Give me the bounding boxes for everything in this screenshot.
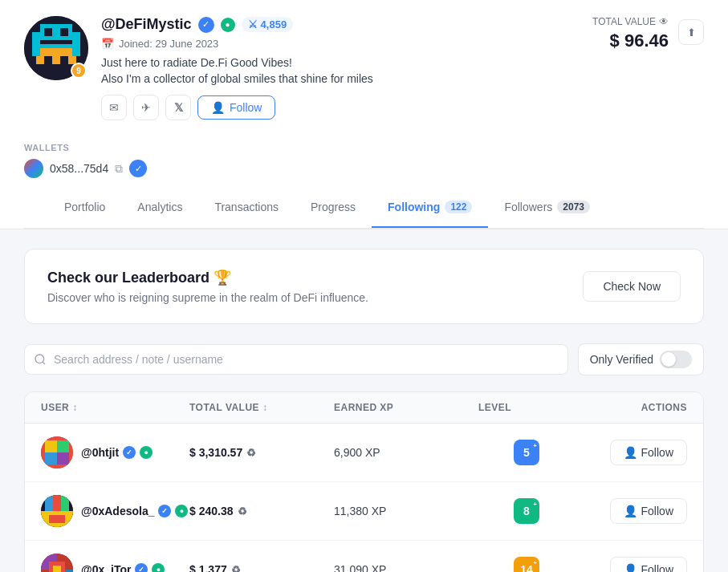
search-input[interactable] <box>24 344 568 375</box>
verified-icon: ✓ <box>198 17 214 33</box>
follow-button-1[interactable]: 👤 Follow <box>610 440 687 465</box>
recycle-icon-3: ♻ <box>231 564 241 573</box>
verified-only-toggle[interactable] <box>660 351 692 368</box>
actions-cell-3: 👤 Follow <box>575 557 687 572</box>
bio-line1: Just here to radiate De.Fi Good Vibes! <box>101 56 373 69</box>
bio-line2: Also I'm a collector of global smiles th… <box>101 72 373 85</box>
profile-avatar-wrapper: 9 <box>24 16 88 80</box>
actions-cell-2: 👤 Follow <box>575 498 687 524</box>
svg-rect-13 <box>57 440 69 452</box>
level-cell-1: 5 + <box>478 440 575 465</box>
follow-icon-1: 👤 <box>624 446 637 459</box>
verified-icon-2: ✓ <box>158 505 171 517</box>
level-badge: 9 <box>71 63 87 79</box>
twitter-button[interactable]: 𝕏 <box>165 95 191 120</box>
verified-icon-1: ✓ <box>123 446 136 459</box>
tab-transactions[interactable]: Transactions <box>198 188 295 228</box>
svg-rect-18 <box>53 495 61 511</box>
user-name-2: @0xAdesola_ ✓ ● <box>81 505 188 517</box>
follow-icon-3: 👤 <box>624 563 637 572</box>
wallet-avatar <box>24 159 43 178</box>
svg-rect-12 <box>45 440 57 452</box>
svg-rect-8 <box>32 32 40 56</box>
telegram-button[interactable]: ✈ <box>133 95 159 120</box>
copy-wallet-button[interactable]: ⧉ <box>115 162 123 176</box>
share-button[interactable]: ⬆ <box>678 19 704 45</box>
user-cell-3: @0x_iTor ✓ ● <box>41 554 189 572</box>
svg-point-10 <box>35 355 44 363</box>
search-icon <box>34 353 47 366</box>
user-name-3: @0x_iTor ✓ ● <box>81 563 165 572</box>
tabs-container: Portfolio Analytics Transactions Progres… <box>24 188 704 229</box>
th-user: USER ↕ <box>41 402 189 413</box>
svg-rect-5 <box>36 48 76 64</box>
table-header: USER ↕ TOTAL VALUE ↕ EARNED XP LEVEL ACT… <box>25 392 703 424</box>
tab-following[interactable]: Following 122 <box>372 188 488 228</box>
th-total-value: TOTAL VALUE ↕ <box>189 402 334 413</box>
green-icon-2: ● <box>175 505 188 517</box>
value-cell-1: $ 3,310.57 ♻ <box>189 446 334 459</box>
user-cell-1: @0htjit ✓ ● <box>41 436 189 469</box>
actions-cell-1: 👤 Follow <box>575 440 687 465</box>
sort-icon-value[interactable]: ↕ <box>262 402 267 413</box>
tab-analytics[interactable]: Analytics <box>121 188 198 228</box>
table-row: @0htjit ✓ ● $ 3,310.57 ♻ 6,900 XP 5 + 👤 <box>25 424 703 482</box>
follow-button-2[interactable]: 👤 Follow <box>610 498 687 524</box>
level-badge-2: 8 + <box>514 498 539 524</box>
calendar-icon: 📅 <box>101 38 114 50</box>
value-cell-3: $ 1,377 ♻ <box>189 563 334 572</box>
green-icon-1: ● <box>140 446 153 459</box>
follow-button[interactable]: 👤 Follow <box>197 95 275 120</box>
profile-info: @DeFiMystic ✓ ● ⚔ 4,859 📅 Joined: 29 Jun… <box>101 16 373 120</box>
recycle-icon-2: ♻ <box>238 505 247 517</box>
tab-portfolio[interactable]: Portfolio <box>48 188 121 228</box>
th-level: LEVEL <box>478 402 575 413</box>
email-button[interactable]: ✉ <box>101 95 127 120</box>
svg-rect-2 <box>44 28 52 36</box>
following-table: USER ↕ TOTAL VALUE ↕ EARNED XP LEVEL ACT… <box>24 391 704 572</box>
table-row: @0x_iTor ✓ ● $ 1,377 ♻ 31,090 XP 14 + 👤 <box>25 541 703 572</box>
svg-rect-6 <box>44 56 52 64</box>
total-value-section: TOTAL VALUE 👁 $ 96.46 <box>592 16 669 51</box>
recycle-icon-1: ♻ <box>246 447 256 459</box>
level-cell-3: 14 + <box>478 557 575 572</box>
check-now-button[interactable]: Check Now <box>583 271 681 302</box>
svg-rect-15 <box>57 452 69 464</box>
table-row: @0xAdesola_ ✓ ● $ 240.38 ♻ 11,380 XP 8 +… <box>25 482 703 541</box>
leaderboard-card: Check our Leaderboard 🏆 Discover who is … <box>24 249 704 324</box>
svg-rect-7 <box>60 56 68 64</box>
follow-button-3[interactable]: 👤 Follow <box>610 557 687 572</box>
total-value-label: TOTAL VALUE <box>592 16 656 27</box>
tab-followers[interactable]: Followers 2073 <box>488 188 606 228</box>
follow-icon-2: 👤 <box>624 505 637 517</box>
xp-value: 4,859 <box>261 18 287 30</box>
tab-progress[interactable]: Progress <box>295 188 372 228</box>
verified-icon-3: ✓ <box>135 563 148 572</box>
th-actions: ACTIONS <box>575 402 687 413</box>
verify-wallet-button[interactable]: ✓ <box>129 160 147 177</box>
svg-rect-3 <box>60 28 68 36</box>
sort-icon-user[interactable]: ↕ <box>72 402 77 413</box>
level-badge-3: 14 + <box>514 557 539 572</box>
user-avatar-2 <box>41 495 73 527</box>
xp-badge: ⚔ 4,859 <box>242 17 294 32</box>
xp-cell-3: 31,090 XP <box>334 563 478 572</box>
svg-rect-21 <box>49 515 65 523</box>
svg-rect-26 <box>53 566 61 572</box>
svg-rect-9 <box>72 32 80 56</box>
verified-only-label: Only Verified <box>590 353 653 366</box>
online-icon: ● <box>221 18 235 32</box>
eye-icon[interactable]: 👁 <box>659 16 669 27</box>
wallets-label: WALLETS <box>24 143 704 152</box>
leaderboard-description: Discover who is reigning supreme in the … <box>47 291 368 304</box>
svg-rect-17 <box>45 495 53 511</box>
verified-only-toggle-container: Only Verified <box>578 343 704 375</box>
svg-rect-4 <box>40 40 72 44</box>
total-value-amount: $ 96.46 <box>592 30 669 51</box>
joined-date: Joined: 29 June 2023 <box>119 38 218 50</box>
follow-person-icon: 👤 <box>211 101 225 114</box>
svg-rect-19 <box>61 495 69 511</box>
green-icon-3: ● <box>152 563 165 572</box>
user-cell-2: @0xAdesola_ ✓ ● <box>41 495 189 527</box>
wallet-address: 0x58...75d4 <box>50 162 108 175</box>
